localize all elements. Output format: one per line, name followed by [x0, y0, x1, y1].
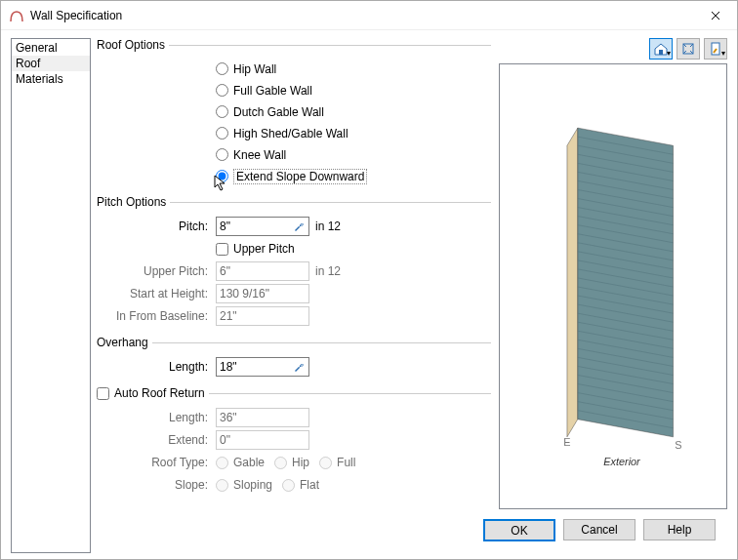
compass-s: S — [675, 439, 681, 451]
rt-full-radio — [319, 457, 332, 469]
pitch-options-legend: Pitch Options — [97, 195, 170, 209]
rt-full-label: Full — [337, 456, 355, 469]
sidebar-item-general[interactable]: General — [12, 40, 90, 56]
auto-roof-return-group: Auto Roof Return Length: Extend: Roof Ty… — [97, 386, 491, 499]
preview-view-button[interactable]: ▾ — [649, 38, 673, 60]
sl-flat-label: Flat — [300, 478, 319, 492]
preview-page-button[interactable]: ▾ — [704, 38, 727, 60]
high-shed-label[interactable]: High Shed/Gable Wall — [233, 127, 348, 140]
page-icon — [709, 42, 722, 56]
arr-extend-input — [216, 430, 309, 450]
in-from-baseline-label: In From Baseline: — [97, 309, 216, 323]
preview-viewport[interactable]: E S Exterior — [499, 63, 727, 509]
roof-type-label: Roof Type: — [97, 456, 216, 469]
dutch-gable-label[interactable]: Dutch Gable Wall — [233, 105, 324, 119]
rt-hip-radio — [274, 457, 287, 469]
rt-gable-label: Gable — [233, 456, 265, 469]
chevron-down-icon: ▾ — [721, 49, 725, 58]
arr-length-label: Length: — [97, 411, 216, 424]
extend-slope-radio[interactable] — [216, 170, 228, 182]
overhang-group: Overhang Length: — [97, 336, 491, 380]
sidebar-item-materials[interactable]: Materials — [12, 71, 90, 87]
cancel-button[interactable]: Cancel — [563, 519, 636, 540]
preview-expand-button[interactable] — [676, 38, 700, 60]
start-height-label: Start at Height: — [97, 287, 216, 300]
wrench-icon[interactable] — [293, 220, 307, 233]
preview-toolbar: ▾ ▾ — [499, 38, 727, 60]
wall-preview-svg: E S Exterior — [525, 101, 701, 472]
help-button[interactable]: Help — [643, 519, 716, 540]
wall-specification-dialog: Wall Specification General Roof Material… — [0, 0, 738, 560]
high-shed-radio[interactable] — [216, 127, 228, 140]
in-from-baseline-input — [216, 306, 309, 326]
hip-wall-radio[interactable] — [216, 62, 228, 75]
upper-pitch-label: Upper Pitch: — [97, 264, 216, 278]
overhang-legend: Overhang — [97, 336, 152, 349]
compass-e: E — [563, 435, 570, 447]
form-panel: Roof Options Hip Wall Full Gable Wall Du… — [97, 38, 491, 509]
pitch-suffix: in 12 — [315, 220, 341, 233]
pitch-options-group: Pitch Options Pitch: in 12 Upper Pitch — [97, 195, 491, 330]
chevron-down-icon: ▾ — [667, 49, 671, 58]
sl-sloping-label: Sloping — [233, 478, 272, 492]
sidebar-item-roof[interactable]: Roof — [12, 56, 90, 71]
app-icon — [9, 8, 24, 23]
extend-slope-label[interactable]: Extend Slope Downward — [233, 169, 367, 184]
sl-sloping-radio — [216, 479, 228, 492]
preview-panel: ▾ ▾ — [499, 38, 727, 509]
auto-roof-return-checkbox[interactable] — [97, 387, 109, 400]
window-title: Wall Specification — [30, 9, 693, 22]
sl-flat-radio — [282, 479, 295, 492]
ok-button[interactable]: OK — [483, 519, 555, 541]
upper-pitch-cb-label[interactable]: Upper Pitch — [233, 242, 295, 256]
upper-pitch-checkbox[interactable] — [216, 243, 228, 256]
knee-wall-radio[interactable] — [216, 148, 228, 161]
rt-hip-label: Hip — [292, 456, 309, 469]
category-sidebar: General Roof Materials — [11, 38, 91, 553]
svg-marker-3 — [567, 128, 578, 437]
dialog-buttons: OK Cancel Help — [97, 509, 727, 553]
overhang-length-label: Length: — [97, 360, 216, 374]
roof-options-group: Roof Options Hip Wall Full Gable Wall Du… — [97, 38, 491, 189]
pitch-label: Pitch: — [97, 220, 216, 233]
full-gable-radio[interactable] — [216, 84, 228, 97]
hip-wall-label[interactable]: Hip Wall — [233, 62, 276, 76]
expand-icon — [681, 42, 695, 56]
start-height-input — [216, 284, 309, 303]
preview-caption: Exterior — [603, 455, 640, 466]
arr-length-input — [216, 408, 309, 427]
slope-label: Slope: — [97, 478, 216, 492]
rt-gable-radio — [216, 457, 228, 469]
wrench-icon[interactable] — [293, 360, 307, 374]
full-gable-label[interactable]: Full Gable Wall — [233, 84, 312, 98]
auto-roof-return-legend: Auto Roof Return — [97, 386, 209, 400]
svg-rect-0 — [659, 50, 663, 55]
close-icon — [711, 11, 720, 20]
upper-pitch-input — [216, 261, 309, 281]
titlebar: Wall Specification — [1, 1, 737, 30]
auto-roof-return-label[interactable]: Auto Roof Return — [114, 386, 205, 400]
svg-marker-4 — [578, 128, 674, 437]
arr-extend-label: Extend: — [97, 433, 216, 447]
close-button[interactable] — [693, 1, 737, 29]
roof-options-legend: Roof Options — [97, 38, 169, 52]
upper-pitch-suffix: in 12 — [315, 264, 341, 278]
knee-wall-label[interactable]: Knee Wall — [233, 148, 286, 162]
dutch-gable-radio[interactable] — [216, 105, 228, 118]
